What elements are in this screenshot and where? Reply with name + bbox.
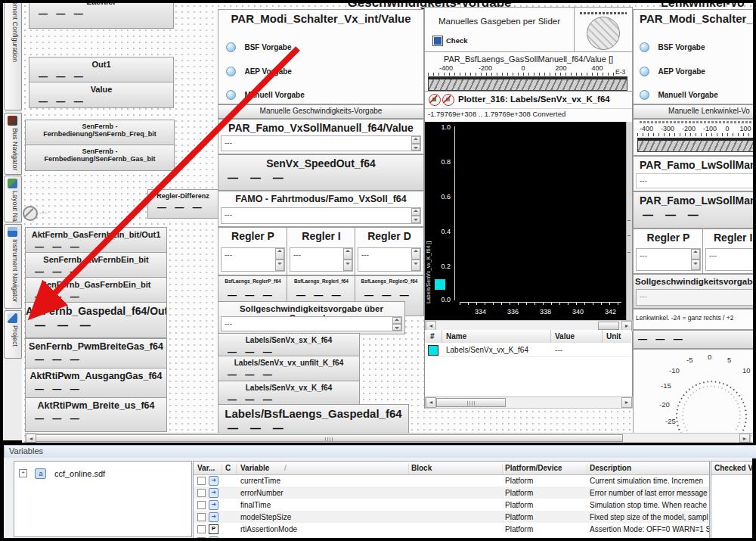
panel-modi-schalter-lw: PAR_Modi_Schalter_ BSF Vorgabe AEP Vorga… — [633, 9, 753, 104]
gauge-label: 5 — [727, 356, 731, 364]
spinner[interactable] — [343, 248, 352, 271]
panel-lw-regler-p: Regler P --- — [633, 229, 704, 274]
radio-manuell-vorgabe[interactable]: Manuell Vorgabe — [226, 88, 305, 101]
scroll-thumb[interactable] — [36, 434, 623, 442]
variables-tree: + a ccf_online.sdf — [14, 461, 192, 537]
plot-vertical-scrollbar[interactable] — [626, 122, 632, 320]
legend-horizontal-scrollbar[interactable]: ◄ ► — [425, 396, 633, 409]
gauge-label: 0 — [708, 353, 711, 361]
display-ausganggas: AktRtiPwm_AusgangGas_f64 — — — — [25, 368, 167, 399]
radio-aep-vorgabe[interactable]: AEP Vorgabe — [226, 64, 292, 78]
panel-vxsollmanuell: PAR_Famo_VxSollManuell_f64/Value --- — [218, 119, 424, 154]
radio-aep-vorgabe[interactable]: AEP Vorgabe — [640, 64, 705, 78]
plot-area[interactable]: 334 336 338 340 342 — [455, 122, 626, 320]
tab-label: Measurement Configuration — [7, 3, 19, 62]
knob-caption-placeholder — [580, 12, 627, 14]
tree-item-ccf-online[interactable]: + a ccf_online.sdf — [19, 466, 105, 480]
parameter-variable-icon: P — [209, 524, 218, 534]
radio-icon — [640, 42, 649, 52]
check-checkbox[interactable] — [432, 36, 443, 46]
radio-bsf-vorgabe[interactable]: BSF Vorgabe — [226, 40, 292, 54]
sidebar-tab-bus-navigator[interactable]: Bus Navigator — [4, 113, 22, 175]
lwsoll-input[interactable]: --- — [636, 173, 753, 188]
spinner[interactable] — [392, 317, 401, 331]
table-row[interactable]: P rtiAssertionMode Platform Assertion Mo… — [194, 523, 709, 535]
row-checkbox[interactable] — [197, 537, 206, 538]
gauge-label: -5 — [686, 356, 692, 364]
spinner[interactable] — [411, 208, 420, 223]
regler-d-input[interactable]: --- — [358, 247, 421, 272]
display-senvx-vx: Labels/SenVx_vx_K_f64 — — — — [218, 381, 360, 406]
vxsollmanuell-input[interactable]: --- — [221, 135, 421, 151]
gauge-label: -20 — [659, 400, 670, 409]
variables-table: Var... C Variable / Block Platform/Devic… — [193, 461, 710, 538]
querregler-input[interactable]: --- — [221, 316, 402, 331]
scroll-thumb[interactable] — [436, 398, 506, 407]
row-checkbox[interactable] — [197, 489, 206, 497]
plotter-header: Plotter_316: Labels/SenVx_vx_K_f64 — [425, 92, 632, 109]
spinner[interactable] — [691, 249, 700, 270]
plot-y-axis-strip: Labels/SenVx_vx_K_f64 [] 1.0 0.8 0.6 0.4… — [425, 122, 455, 320]
lw-regler-i-input[interactable]: --- — [705, 248, 753, 271]
measurement-variable-icon: ➜ — [209, 476, 218, 486]
radio-manuell-vorgabe[interactable]: Manuell Vorgabe — [640, 88, 718, 101]
display-gaspedal-out1: AktFernb_Gaspedal_f64/Out1 — — — — [25, 302, 167, 338]
scroll-left-arrow[interactable]: ◄ — [426, 397, 436, 408]
mini-knob-icon[interactable] — [23, 206, 38, 221]
scroll-thumb[interactable] — [598, 322, 619, 330]
display-senfernb-gas: SenFernb - Fernbedienung/SenFernb_Gas_bi… — [25, 145, 175, 171]
sidebar-tab-instrument-navigator[interactable]: Instrument Navigator — [4, 224, 22, 309]
scroll-right-arrow[interactable]: ► — [739, 434, 750, 443]
table-row-partial[interactable]: ➜ — [194, 535, 709, 538]
table-row[interactable]: ➜ currentTime Platform Current simulatio… — [194, 474, 709, 487]
lw-sollgeschw-input[interactable]: --- — [636, 289, 753, 306]
tree-expander-icon[interactable]: + — [19, 469, 27, 477]
row-checkbox[interactable] — [197, 477, 206, 485]
plotter-316: Plotter_316: Labels/SenVx_vx_K_f64 -1.79… — [424, 91, 633, 409]
lw-slider-bar[interactable] — [637, 138, 753, 152]
plotter-title: Plotter_316: Labels/SenVx_vx_K_f64 — [458, 95, 610, 104]
row-checkbox[interactable] — [197, 501, 206, 509]
sidebar-tab-measurement-configuration[interactable]: Measurement Configuration — [4, 3, 22, 110]
row-checkbox[interactable] — [197, 525, 206, 533]
plotter-disabled-icon-1[interactable] — [429, 94, 441, 106]
gauge-label: -10 — [669, 366, 680, 375]
variables-panel-header: Variables — [4, 445, 756, 459]
display-gasfernbein: SenFernb_GasFernbEin_bit — — — — [25, 277, 167, 303]
table-row[interactable]: ➜ errorNumber Platform Error number of l… — [194, 487, 709, 499]
regler-i-input[interactable]: --- — [290, 247, 353, 272]
display-senfernb-freq: SenFernb - Fernbedienung/SenFernb_Freq_b… — [25, 120, 175, 146]
radio-icon — [226, 42, 236, 52]
display-gasfernbein-out1: AktFernb_GasFernbEin_bit/Out1 — — — — [25, 227, 167, 253]
scroll-right-arrow[interactable]: ► — [621, 397, 632, 408]
sidebar-tab-layout-navigator[interactable]: Layout Navigator — [4, 176, 22, 222]
spinner[interactable] — [411, 136, 420, 151]
table-row[interactable]: ➜ modelStepSize Platform Fixed step size… — [194, 511, 709, 523]
gas-knob[interactable] — [587, 17, 620, 50]
plotter-range-text: -1.79769e+308 .. 1.79769e+308 Converted — [428, 110, 565, 118]
spinner[interactable] — [411, 248, 420, 271]
legend-row[interactable]: Labels/SenVx_vx_K_f64 --- — [425, 343, 631, 357]
variables-table-header[interactable]: Var... C Variable / Block Platform/Devic… — [194, 462, 709, 475]
row-checkbox[interactable] — [197, 513, 206, 521]
radio-icon — [640, 90, 649, 100]
spinner[interactable] — [275, 248, 284, 271]
table-row[interactable]: ➜ finalTime Platform Simulation stop tim… — [194, 499, 709, 511]
famo-vxsoll-input[interactable]: --- — [221, 207, 421, 224]
plotter-disabled-icon-2[interactable] — [442, 94, 454, 106]
sidebar-tab-project[interactable]: Project — [4, 310, 22, 359]
scroll-left-arrow[interactable]: ◄ — [26, 434, 36, 443]
display-value: Value — — — — [29, 82, 174, 108]
radio-bsf-vorgabe[interactable]: BSF Vorgabe — [640, 40, 705, 54]
application-window: Measurement Configuration Bus Navigator … — [0, 0, 756, 541]
lw-regler-p-input[interactable]: --- — [636, 248, 701, 271]
canvas-horizontal-scrollbar[interactable]: ◄ ► — [25, 433, 751, 443]
lenkwinkel-gauge[interactable]: 0 5 10 -5 -10 -15 -20 -25 — [633, 349, 753, 434]
panel-gas-slider: PAR_BsfLaengs_GasSollManuell_f64/Value [… — [424, 51, 633, 92]
gas-slider-bar[interactable] — [428, 76, 627, 91]
display-senvx-sx: Labels/SenVx_sx_K_f64 — — — — [218, 333, 360, 357]
checked-variables-panel: Checked V — [711, 461, 752, 538]
regler-p-input[interactable]: --- — [221, 247, 285, 272]
panel-lw-sollgeschw: Sollgeschwindigkeitsvorgabe --- — [633, 274, 753, 309]
gauge-label: 10 — [742, 366, 751, 375]
